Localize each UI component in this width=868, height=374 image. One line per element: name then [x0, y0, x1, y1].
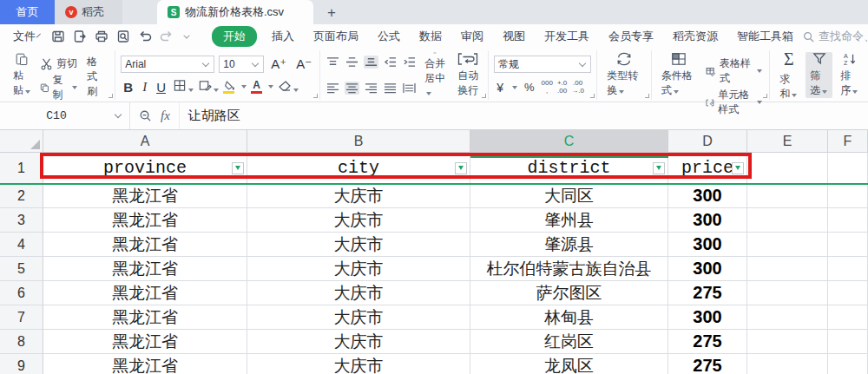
- clear-format-button[interactable]: [278, 80, 299, 95]
- cell-province[interactable]: 黑龙江省: [43, 305, 247, 330]
- align-top-icon[interactable]: [326, 56, 340, 69]
- cell-price[interactable]: 300: [668, 233, 747, 257]
- row-number[interactable]: 1: [0, 153, 43, 184]
- sort-button[interactable]: AZ 排序: [836, 52, 863, 98]
- menu-tab-review[interactable]: 审阅: [451, 29, 493, 44]
- cell-city[interactable]: 大庆市: [247, 184, 470, 208]
- cell-price[interactable]: 300: [668, 184, 747, 208]
- menu-tab-home[interactable]: 开始: [212, 26, 257, 47]
- cell-empty[interactable]: [828, 330, 868, 354]
- cell-d1[interactable]: price: [668, 153, 747, 184]
- increase-font-button[interactable]: A⁺: [268, 56, 289, 72]
- thousands-button[interactable]: 000,: [542, 80, 553, 95]
- row-number[interactable]: 8: [0, 330, 43, 354]
- command-search[interactable]: 查找命令、搜索模板: [803, 29, 868, 44]
- table-style-button[interactable]: 表格样式: [704, 56, 764, 87]
- tab-document[interactable]: S 物流新价格表格.csv: [157, 0, 313, 24]
- cell-city[interactable]: 大庆市: [247, 305, 470, 330]
- row-number[interactable]: 9: [0, 354, 43, 374]
- filter-button[interactable]: 筛选: [806, 52, 832, 98]
- cut-button[interactable]: 剪切: [38, 56, 79, 72]
- cell-b1[interactable]: city: [247, 153, 470, 184]
- name-box[interactable]: C10: [0, 102, 130, 129]
- menu-tab-dev-tools[interactable]: 开发工具: [535, 29, 599, 44]
- cell-province[interactable]: 黑龙江省: [43, 330, 247, 354]
- menu-tab-page-layout[interactable]: 页面布局: [304, 29, 368, 44]
- cell-district[interactable]: 林甸县: [470, 305, 668, 330]
- menu-tab-member[interactable]: 会员专享: [599, 29, 663, 44]
- save-icon[interactable]: [51, 30, 65, 43]
- cell-price[interactable]: 300: [668, 257, 747, 281]
- align-middle-icon[interactable]: [345, 56, 359, 69]
- column-header-a[interactable]: A: [43, 130, 247, 153]
- filter-dropdown-district[interactable]: [653, 162, 665, 174]
- cell-city[interactable]: 大庆市: [247, 208, 470, 233]
- column-header-b[interactable]: B: [247, 130, 470, 153]
- cell-province[interactable]: 黑龙江省: [43, 281, 247, 305]
- cell-price[interactable]: 300: [668, 208, 747, 233]
- cell-district[interactable]: 杜尔伯特蒙古族自治县: [470, 257, 668, 281]
- menu-tab-data[interactable]: 数据: [410, 29, 451, 44]
- type-convert-button[interactable]: 类型转换: [602, 52, 646, 98]
- export-icon[interactable]: [73, 30, 87, 43]
- file-chevron-icon[interactable]: [36, 33, 41, 37]
- copy-button[interactable]: 复制: [38, 72, 79, 103]
- font-name-select[interactable]: Arial: [121, 56, 214, 73]
- cell-province[interactable]: 黑龙江省: [43, 184, 247, 208]
- cell-empty[interactable]: [747, 354, 828, 374]
- justify-icon[interactable]: [383, 82, 398, 95]
- percent-button[interactable]: %: [522, 81, 537, 94]
- cell-district[interactable]: 萨尔图区: [470, 281, 668, 305]
- cell-district[interactable]: 龙凤区: [470, 354, 668, 374]
- column-header-d[interactable]: D: [668, 130, 747, 153]
- filter-dropdown-city[interactable]: [455, 162, 467, 174]
- merge-center-button[interactable]: 合并居中: [420, 52, 450, 98]
- cell-empty[interactable]: [828, 257, 868, 281]
- cell-empty[interactable]: [828, 281, 868, 305]
- print-icon[interactable]: [95, 30, 108, 43]
- cell-empty[interactable]: [747, 233, 828, 257]
- row-number[interactable]: 4: [0, 233, 43, 257]
- fx-icon[interactable]: fx: [161, 108, 170, 123]
- formula-input[interactable]: 让胡路区: [180, 102, 240, 129]
- distribute-icon[interactable]: [402, 82, 417, 95]
- paste-button[interactable]: 粘贴: [9, 52, 35, 98]
- cell-empty[interactable]: [747, 305, 828, 330]
- cell-district[interactable]: 红岗区: [470, 330, 668, 354]
- column-header-e[interactable]: E: [747, 130, 828, 153]
- cell-empty[interactable]: [747, 208, 828, 233]
- format-painter-button[interactable]: 格式刷: [82, 52, 109, 98]
- cell-empty[interactable]: [828, 153, 868, 184]
- undo-icon[interactable]: [138, 30, 152, 43]
- cell-province[interactable]: 黑龙江省: [43, 233, 247, 257]
- borders-button[interactable]: [173, 79, 194, 95]
- decrease-decimal-button[interactable]: .00→.0: [571, 80, 584, 95]
- quick-access-more-icon[interactable]: [183, 32, 189, 38]
- bold-button[interactable]: B: [121, 80, 135, 95]
- filter-dropdown-province[interactable]: [232, 162, 244, 174]
- cell-city[interactable]: 大庆市: [247, 233, 470, 257]
- increase-indent-icon[interactable]: [402, 56, 417, 69]
- cell-price[interactable]: 275: [668, 354, 747, 374]
- underline-button[interactable]: U: [154, 80, 168, 95]
- font-color-button[interactable]: A: [251, 80, 262, 94]
- print-preview-icon[interactable]: [116, 30, 130, 43]
- draw-border-button[interactable]: [198, 79, 219, 95]
- cell-empty[interactable]: [747, 153, 828, 184]
- column-header-f[interactable]: F: [828, 130, 868, 153]
- row-number[interactable]: 2: [0, 184, 43, 208]
- increase-decimal-button[interactable]: +.0.00: [557, 80, 567, 95]
- cell-price[interactable]: 275: [668, 330, 747, 354]
- italic-button[interactable]: I: [140, 80, 149, 95]
- menu-tab-view[interactable]: 视图: [493, 29, 535, 44]
- sum-button[interactable]: Σ 求和: [775, 52, 802, 98]
- cell-province[interactable]: 黑龙江省: [43, 208, 247, 233]
- menu-tab-smart-toolbox[interactable]: 智能工具箱: [727, 29, 803, 44]
- cell-price[interactable]: 300: [668, 305, 747, 330]
- decrease-font-button[interactable]: A⁻: [293, 56, 314, 72]
- cell-empty[interactable]: [747, 281, 828, 305]
- row-number[interactable]: 7: [0, 305, 43, 330]
- formula-search-icon[interactable]: [139, 109, 152, 122]
- menu-tab-insert[interactable]: 插入: [262, 29, 304, 44]
- new-tab-button[interactable]: +: [322, 2, 341, 24]
